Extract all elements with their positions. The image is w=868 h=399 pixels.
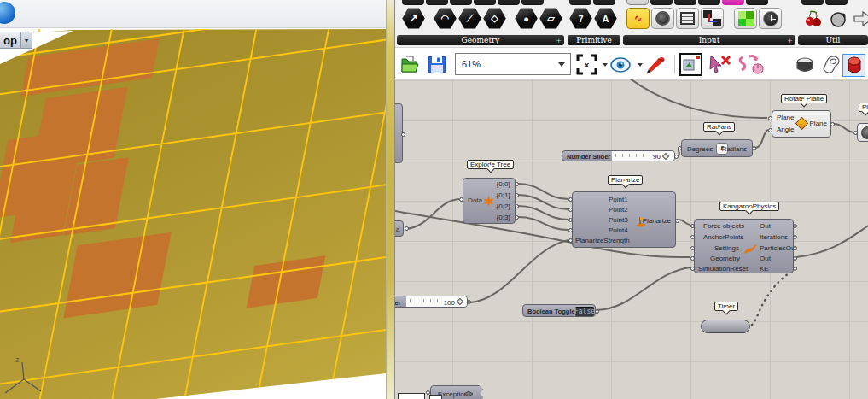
node-radians[interactable]: Degrees r Radians <box>681 139 753 157</box>
partial-panel[interactable] <box>398 393 425 399</box>
cluster-icon[interactable] <box>826 8 849 29</box>
slider-track[interactable]: 90 <box>612 151 674 161</box>
input-port[interactable] <box>690 267 695 271</box>
toolbar-icon-cut[interactable] <box>521 0 544 5</box>
output-port[interactable] <box>401 132 405 137</box>
node-label[interactable]: Explode Tree <box>467 160 514 169</box>
toolbar-icon-cut[interactable] <box>722 0 744 5</box>
output-port[interactable] <box>793 224 797 228</box>
input-port[interactable] <box>678 146 682 150</box>
rhino-toolbar-icon[interactable] <box>0 2 15 24</box>
disable-solver-cursor-button[interactable] <box>706 54 733 75</box>
preview-eye-button[interactable] <box>609 54 632 75</box>
output-port[interactable] <box>515 182 519 186</box>
input-port[interactable] <box>568 197 573 202</box>
input-port[interactable] <box>768 116 772 120</box>
toolbar-icon-cut[interactable] <box>426 0 448 5</box>
toolbar-icon-cut[interactable] <box>498 0 520 5</box>
slider-handle[interactable] <box>662 153 669 160</box>
output-port[interactable] <box>793 246 797 250</box>
mouse-gesture-button[interactable] <box>736 54 766 75</box>
toolbar-icon-cut[interactable] <box>746 0 768 5</box>
toolbar-icon-cut[interactable] <box>650 0 673 5</box>
sketch-pencil-button[interactable] <box>644 54 669 75</box>
brep-icon[interactable]: ▱ <box>539 8 562 29</box>
preview-wireframe-button[interactable] <box>793 54 816 77</box>
grasshopper-canvas[interactable]: Explode Tree Planarize Radians Rotate Pl… <box>395 79 868 399</box>
colour-swatch-icon[interactable] <box>734 8 757 29</box>
toolbar-icon-cut[interactable] <box>569 0 591 5</box>
input-port[interactable] <box>690 246 695 250</box>
output-port[interactable] <box>595 309 599 314</box>
tab-primitive[interactable]: Primitive <box>568 35 620 45</box>
tab-util[interactable]: Util <box>798 35 868 45</box>
sphere-icon[interactable]: ● <box>515 8 538 29</box>
node-label[interactable]: Pl <box>859 103 868 112</box>
input-port[interactable] <box>768 128 772 132</box>
toolbar-icon-cut[interactable] <box>626 0 649 5</box>
panel-icon[interactable] <box>676 8 699 29</box>
node-kangaroo-physics[interactable]: Force objects AnchorPoints Settings Geom… <box>694 219 794 273</box>
input-port[interactable] <box>568 228 573 232</box>
toolbar-icon-cut[interactable] <box>825 0 848 5</box>
tab-geometry[interactable]: Geometry+ <box>397 35 564 45</box>
node-partial-right[interactable] <box>857 123 868 142</box>
node-number-slider-100[interactable]: der 100 <box>395 296 468 308</box>
node-timer[interactable] <box>701 320 750 333</box>
zoom-extents-dropdown[interactable] <box>600 54 608 75</box>
slider-track[interactable]: 100 <box>406 296 467 307</box>
toolbar-icon-cut[interactable] <box>801 0 824 5</box>
viewport-title-dropdown[interactable]: ▼ <box>21 32 32 49</box>
input-port[interactable] <box>568 218 573 222</box>
output-port[interactable] <box>467 300 471 304</box>
text-icon[interactable]: A <box>594 8 617 29</box>
zoom-dropdown-arrow[interactable] <box>558 62 565 70</box>
input-port[interactable] <box>459 197 463 202</box>
toolbar-icon-cut[interactable] <box>674 0 696 5</box>
plane-icon[interactable]: ◇ <box>483 8 506 29</box>
rhino-viewport[interactable]: op ▼ z <box>0 29 386 399</box>
toolbar-icon-cut[interactable] <box>450 0 472 5</box>
input-port[interactable] <box>568 238 573 243</box>
relay-arrow-icon[interactable] <box>851 8 868 29</box>
output-port[interactable] <box>793 256 797 261</box>
output-port[interactable] <box>515 193 519 197</box>
toolbar-icon-cut[interactable] <box>402 0 424 5</box>
partial-panel[interactable] <box>429 395 442 399</box>
node-label[interactable]: Timer <box>714 302 738 311</box>
preview-shaded-button[interactable] <box>818 54 842 77</box>
clock-icon[interactable] <box>759 8 782 29</box>
toolbar-icon-cut[interactable] <box>698 0 720 5</box>
graph-mapper-icon[interactable]: ∿ <box>626 8 650 29</box>
input-port[interactable] <box>690 224 695 228</box>
slider-handle[interactable] <box>457 298 463 305</box>
preview-rendered-button[interactable] <box>842 54 865 77</box>
point-param-icon[interactable] <box>701 8 724 29</box>
node-rotate-plane[interactable]: Plane Angle Plane <box>772 110 831 138</box>
save-button[interactable] <box>426 54 447 75</box>
output-port[interactable] <box>830 122 835 126</box>
open-file-button[interactable] <box>399 54 421 75</box>
toggle-value[interactable]: False <box>575 307 594 316</box>
input-port[interactable] <box>568 208 573 212</box>
node-boolean-toggle[interactable]: Boolean Toggle False <box>522 304 596 317</box>
canvas-image-button[interactable] <box>679 54 702 75</box>
toolbar-icon-cut[interactable] <box>593 0 615 5</box>
input-port[interactable] <box>690 235 695 239</box>
input-port[interactable] <box>853 131 858 135</box>
viewport-title-label[interactable]: op <box>0 32 21 49</box>
zoom-extents-button[interactable]: x <box>576 54 597 75</box>
node-planarize[interactable]: Point1 Point2 Point3 Point4 PlanarizeStr… <box>572 191 676 248</box>
integer-icon[interactable]: 7 <box>569 8 592 29</box>
output-port[interactable] <box>515 215 519 220</box>
node-number-slider-90[interactable]: Number Slider 90 <box>562 150 675 161</box>
node-label[interactable]: Radians <box>703 122 735 132</box>
output-port[interactable] <box>515 204 519 208</box>
button-icon[interactable] <box>651 8 674 29</box>
output-port[interactable] <box>752 146 756 150</box>
output-port[interactable] <box>675 219 679 223</box>
output-port[interactable] <box>793 267 797 271</box>
output-port[interactable] <box>405 226 409 231</box>
input-port[interactable] <box>690 256 695 261</box>
node-label[interactable]: Rotate Plane <box>781 94 827 103</box>
